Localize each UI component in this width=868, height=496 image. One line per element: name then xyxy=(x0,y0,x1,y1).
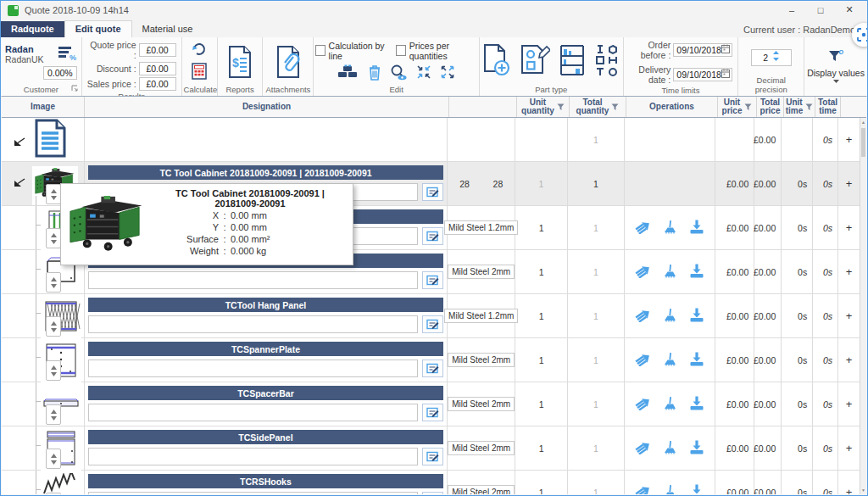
column-header-total-time[interactable]: Totaltime xyxy=(815,97,841,117)
material-dropdown[interactable]: Mild Steel 1.2mm xyxy=(444,309,518,323)
filter-icon[interactable] xyxy=(744,103,752,111)
filter-icon[interactable] xyxy=(557,103,565,111)
unload-operation-icon[interactable] xyxy=(689,440,704,456)
edit-designation-button[interactable] xyxy=(422,271,443,289)
quantity-spinner[interactable] xyxy=(46,228,61,248)
tool-shapes-icon[interactable] xyxy=(594,44,620,80)
designation-input[interactable] xyxy=(88,271,419,289)
unit-quantity-cell[interactable] xyxy=(515,118,568,161)
checkbox-box[interactable] xyxy=(315,45,325,56)
cut-operation-icon[interactable] xyxy=(635,264,651,280)
column-header-total-price[interactable]: Totalprice xyxy=(757,97,784,117)
tab-material-use[interactable]: Material use xyxy=(132,21,203,37)
calendar-icon[interactable] xyxy=(721,44,730,56)
unit-quantity-cell[interactable]: 1 xyxy=(515,471,568,494)
clean-operation-icon[interactable] xyxy=(662,220,678,236)
unit-quantity-cell[interactable]: 1 xyxy=(515,250,568,293)
unload-operation-icon[interactable] xyxy=(689,308,704,324)
unit-quantity-cell[interactable]: 1 xyxy=(515,206,568,249)
delivery-date-input[interactable]: 09/10/2018 xyxy=(673,68,732,81)
tab-radquote[interactable]: Radquote xyxy=(1,21,64,37)
quantity-spinner[interactable] xyxy=(46,272,61,293)
column-header-unit-time[interactable]: Unittime xyxy=(784,97,815,117)
edit-designation-button[interactable] xyxy=(422,448,443,465)
cut-operation-icon[interactable] xyxy=(635,396,651,412)
edit-part-icon[interactable] xyxy=(520,43,550,81)
unload-operation-icon[interactable] xyxy=(689,264,704,280)
recalculate-icon[interactable] xyxy=(191,41,208,61)
stock-shelf-icon[interactable] xyxy=(559,44,586,80)
material-dropdown[interactable]: Mild Steel 2mm xyxy=(448,397,515,411)
unit-quantity-cell[interactable]: 1 xyxy=(515,382,568,426)
designation-input[interactable] xyxy=(88,315,419,333)
display-values-button[interactable]: Display values xyxy=(807,68,865,78)
edit-designation-button[interactable] xyxy=(422,492,443,494)
collapse-row-icon[interactable] xyxy=(14,137,25,147)
quantity-spinner[interactable] xyxy=(46,404,61,425)
cut-operation-icon[interactable] xyxy=(635,220,651,236)
unit-quantity-cell[interactable]: 1 xyxy=(515,294,568,337)
designation-input[interactable] xyxy=(88,404,419,421)
column-header-total-quantity[interactable]: Totalquantity xyxy=(570,97,626,117)
scroll-down-icon[interactable]: ▼ xyxy=(860,488,866,493)
add-operation-button[interactable]: + xyxy=(838,382,860,426)
edit-designation-button[interactable] xyxy=(422,315,443,333)
scrollbar-thumb[interactable] xyxy=(861,128,865,157)
material-dropdown[interactable]: Mild Steel 2mm xyxy=(448,485,515,494)
add-operation-button[interactable]: + xyxy=(838,206,860,249)
scroll-up-icon[interactable]: ▲ xyxy=(860,120,866,125)
unload-operation-icon[interactable] xyxy=(689,220,704,236)
column-header-material[interactable] xyxy=(449,97,517,117)
quote-row[interactable]: 1£0.000s+ xyxy=(2,118,860,162)
column-header-operations[interactable]: Operations xyxy=(626,97,718,117)
delete-icon[interactable] xyxy=(368,64,381,84)
collapse-row-icon[interactable] xyxy=(14,178,25,187)
sales-price-input[interactable]: £0.00 xyxy=(139,77,176,91)
clean-operation-icon[interactable] xyxy=(662,441,678,456)
quantity-spinner[interactable] xyxy=(46,316,61,337)
tab-edit-quote[interactable]: Edit quote xyxy=(64,20,132,37)
part-row[interactable]: TCTool Hang PanelMild Steel 1.2mm11£0.00… xyxy=(2,294,860,338)
cut-operation-icon[interactable] xyxy=(635,484,651,494)
assembly-total-qty[interactable]: 28 xyxy=(493,179,504,189)
part-row[interactable]: TCSidePanelMild Steel 2mm11£0.00£0.000s0… xyxy=(2,426,860,471)
quantity-spinner[interactable] xyxy=(46,493,61,494)
add-operation-button[interactable]: + xyxy=(838,426,860,470)
minimize-button[interactable]: – xyxy=(777,1,806,19)
material-dropdown[interactable]: Mild Steel 2mm xyxy=(448,353,515,367)
order-before-input[interactable]: 09/10/2018 xyxy=(673,43,732,57)
filter-icon[interactable] xyxy=(805,103,813,111)
stepper-arrows-icon[interactable] xyxy=(773,50,779,65)
reports-icon[interactable]: $ xyxy=(226,45,253,79)
unit-quantity-cell[interactable]: 1 xyxy=(515,162,568,205)
expand-all-icon[interactable] xyxy=(440,64,455,83)
close-button[interactable]: ✕ xyxy=(835,1,864,19)
clean-operation-icon[interactable] xyxy=(662,353,678,368)
unload-operation-icon[interactable] xyxy=(689,396,704,412)
part-row[interactable]: TCRSHooksMild Steel 2mm11£0.00£0.000s0s+ xyxy=(2,471,860,494)
clean-operation-icon[interactable] xyxy=(662,309,678,324)
add-operation-button[interactable]: + xyxy=(838,118,860,161)
quantity-spinner[interactable] xyxy=(46,360,61,381)
quantity-spinner[interactable] xyxy=(46,449,61,469)
designation-input[interactable] xyxy=(88,359,419,377)
filter-icon[interactable] xyxy=(611,103,619,111)
cut-operation-icon[interactable] xyxy=(635,308,651,324)
quantity-spinner[interactable] xyxy=(46,184,61,204)
part-row[interactable]: TCSpannerPlateMild Steel 2mm11£0.00£0.00… xyxy=(2,338,860,382)
column-header-image[interactable]: Image xyxy=(2,97,85,117)
column-header-unit-price[interactable]: Unitprice xyxy=(718,97,757,117)
unload-operation-icon[interactable] xyxy=(689,352,704,368)
clean-operation-icon[interactable] xyxy=(662,265,678,280)
designation-input[interactable] xyxy=(88,448,419,465)
unit-quantity-cell[interactable]: 1 xyxy=(515,426,568,470)
designation-input[interactable] xyxy=(88,492,419,494)
quote-price-input[interactable]: £0.00 xyxy=(139,43,176,57)
prices-per-quantities-checkbox[interactable]: Prices per quantities xyxy=(396,41,477,61)
customer-dialog-launcher-icon[interactable] xyxy=(71,85,79,94)
add-operation-button[interactable]: + xyxy=(838,294,860,337)
edit-designation-button[interactable] xyxy=(422,359,443,377)
collapse-all-icon[interactable] xyxy=(416,64,431,83)
add-operation-button[interactable]: + xyxy=(838,471,860,494)
calendar-icon[interactable] xyxy=(721,69,730,81)
